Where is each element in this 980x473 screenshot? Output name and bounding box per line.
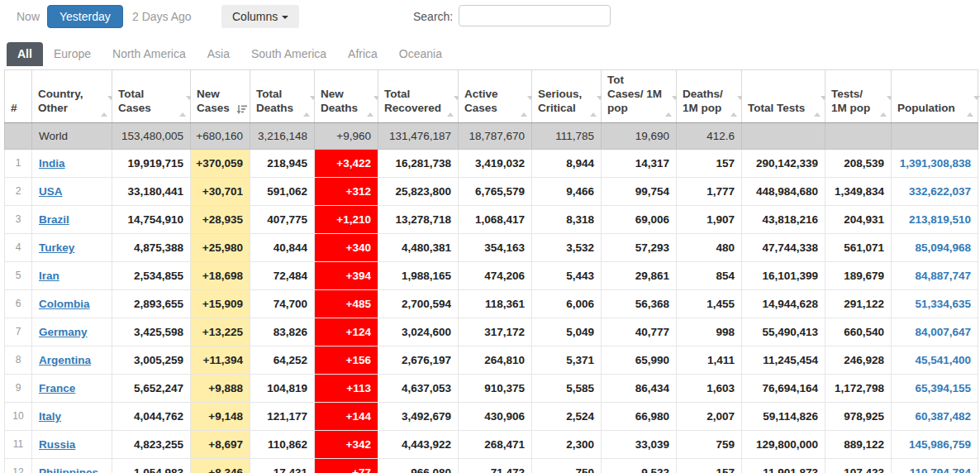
country-link[interactable]: Argentina bbox=[39, 354, 91, 366]
column-header-new_deaths[interactable]: New Deaths bbox=[315, 70, 378, 123]
cell-cases_per_1m: 33,039 bbox=[602, 430, 677, 458]
tab-all[interactable]: All bbox=[7, 42, 43, 66]
table-row: 5Iran2,534,855+18,69872,484+3941,988,165… bbox=[5, 261, 978, 289]
column-header-cases_per_1m[interactable]: Tot Cases/ 1M pop bbox=[602, 70, 677, 123]
cell-deaths_per_1m: 2,007 bbox=[677, 402, 742, 430]
country-link[interactable]: Germany bbox=[39, 326, 88, 338]
cell-population[interactable]: 84,887,747 bbox=[892, 261, 978, 289]
column-header-population[interactable]: Population bbox=[892, 70, 978, 123]
sort-both-icon bbox=[590, 100, 597, 114]
cell-total_tests: 16,101,399 bbox=[742, 261, 825, 289]
tab-oceania[interactable]: Oceania bbox=[388, 42, 453, 66]
column-header-label: Active Cases bbox=[464, 88, 498, 114]
search-input[interactable] bbox=[459, 5, 611, 26]
column-header-serious_critical[interactable]: Serious, Critical bbox=[532, 70, 602, 123]
column-header-rank: # bbox=[5, 70, 32, 123]
column-header-new_cases[interactable]: New Cases bbox=[191, 70, 250, 123]
cell-population[interactable]: 65,394,155 bbox=[892, 374, 978, 402]
cell-population[interactable]: 84,007,647 bbox=[892, 318, 978, 346]
country-link[interactable]: Colombia bbox=[39, 298, 90, 310]
continent-tab-bar: AllEuropeNorth AmericaAsiaSouth AmericaA… bbox=[7, 42, 453, 66]
country-link[interactable]: Brazil bbox=[39, 213, 69, 226]
country-link[interactable]: Turkey bbox=[39, 241, 74, 254]
cell-country: Iran bbox=[32, 261, 112, 289]
cell-total_cases: 2,534,855 bbox=[112, 261, 191, 289]
country-link[interactable]: India bbox=[39, 157, 65, 170]
cell-total_tests: 14,944,628 bbox=[742, 289, 825, 318]
cell-total_tests: 76,694,164 bbox=[742, 374, 825, 402]
tab-south-america[interactable]: South America bbox=[240, 42, 337, 66]
cell-total_tests: 43,818,216 bbox=[742, 205, 825, 233]
tab-north-america[interactable]: North America bbox=[102, 42, 197, 66]
cell-cases_per_1m: 40,777 bbox=[602, 318, 677, 346]
cell-new_deaths: +77 bbox=[315, 458, 378, 473]
column-header-total_recovered[interactable]: Total Recovered bbox=[378, 70, 459, 123]
cell-tests_per_1m: 978,925 bbox=[825, 402, 892, 430]
cell-population[interactable]: 45,541,400 bbox=[892, 346, 978, 374]
country-link[interactable]: Philippines bbox=[39, 466, 98, 473]
cell-tests_per_1m: 189,679 bbox=[825, 261, 892, 289]
cell-population[interactable]: 51,334,635 bbox=[892, 289, 978, 318]
country-link[interactable]: Iran bbox=[39, 270, 59, 282]
cell-cases_per_1m: 9,522 bbox=[602, 458, 677, 473]
cell-active_cases: 430,906 bbox=[459, 402, 532, 430]
sort-descending-active-icon bbox=[236, 104, 247, 115]
tab-africa[interactable]: Africa bbox=[337, 42, 388, 66]
cell-rank: 8 bbox=[5, 346, 32, 374]
cell-population[interactable]: 85,094,968 bbox=[892, 233, 978, 261]
column-header-total_tests[interactable]: Total Tests bbox=[742, 70, 825, 123]
column-header-total_deaths[interactable]: Total Deaths bbox=[250, 70, 315, 123]
tab-asia[interactable]: Asia bbox=[197, 42, 240, 66]
cell-total_deaths: 72,484 bbox=[250, 261, 315, 289]
column-header-total_cases[interactable]: Total Cases bbox=[112, 70, 191, 123]
sort-both-icon bbox=[101, 100, 107, 114]
sort-both-icon bbox=[367, 100, 373, 114]
now-button[interactable]: Now bbox=[17, 10, 40, 23]
country-link[interactable]: USA bbox=[39, 185, 63, 198]
column-header-active_cases[interactable]: Active Cases bbox=[459, 70, 532, 123]
cell-new_cases: +8,346 bbox=[191, 458, 250, 473]
cell-serious_critical: 6,006 bbox=[532, 289, 602, 318]
cell-population[interactable]: 213,819,510 bbox=[892, 205, 978, 233]
cell-population[interactable]: 332,622,037 bbox=[892, 177, 978, 205]
country-link[interactable]: Russia bbox=[39, 438, 75, 451]
cell-population[interactable]: 1,391,308,838 bbox=[892, 149, 978, 177]
sort-both-icon bbox=[179, 100, 186, 114]
cell-deaths_per_1m: 157 bbox=[677, 149, 742, 177]
cell-total_recovered: 3,492,679 bbox=[378, 402, 459, 430]
column-header-tests_per_1m[interactable]: Tests/ 1M pop bbox=[825, 70, 892, 123]
cell-population[interactable]: 110,794,784 bbox=[892, 458, 978, 473]
cell-cases_per_1m: 65,990 bbox=[602, 346, 677, 374]
cell-total_cases: 5,652,247 bbox=[112, 374, 191, 402]
yesterday-button[interactable]: Yesterday bbox=[47, 5, 123, 28]
cell-active_cases: 354,163 bbox=[459, 233, 532, 261]
cell-new_deaths: +156 bbox=[315, 346, 378, 374]
cell-country: Germany bbox=[32, 318, 112, 346]
column-header-deaths_per_1m[interactable]: Deaths/ 1M pop bbox=[677, 70, 742, 123]
cell-population[interactable]: 60,387,482 bbox=[892, 402, 978, 430]
cell-deaths_per_1m: 1,603 bbox=[677, 374, 742, 402]
cell-active_cases: 1,068,417 bbox=[459, 205, 532, 233]
cell-serious_critical: 5,585 bbox=[532, 374, 602, 402]
cell-country: Argentina bbox=[32, 346, 112, 374]
column-header-country[interactable]: Country, Other bbox=[32, 70, 112, 123]
cell-country: Philippines bbox=[32, 458, 112, 473]
columns-dropdown-button[interactable]: Columns bbox=[221, 5, 299, 28]
cell-new_deaths: +3,422 bbox=[315, 149, 378, 177]
world-total-row: World153,480,005+680,1603,216,148+9,9601… bbox=[5, 122, 978, 149]
sort-both-icon bbox=[303, 100, 310, 114]
cell-new_deaths: +1,210 bbox=[315, 205, 378, 233]
tab-europe[interactable]: Europe bbox=[43, 42, 102, 66]
country-link[interactable]: France bbox=[39, 382, 75, 394]
cell-country: USA bbox=[32, 177, 112, 205]
country-link[interactable]: Italy bbox=[39, 410, 61, 423]
cell-serious_critical: 2,524 bbox=[532, 402, 602, 430]
two-days-ago-button[interactable]: 2 Days Ago bbox=[132, 10, 192, 23]
cell-total_recovered: 966,080 bbox=[378, 458, 459, 473]
cell-total_deaths: 17,431 bbox=[250, 458, 315, 473]
cell-serious_critical: 8,318 bbox=[532, 205, 602, 233]
column-header-label: Tot Cases/ 1M pop bbox=[607, 74, 662, 114]
cell-total_cases: 4,044,762 bbox=[112, 402, 191, 430]
cell-population[interactable]: 145,986,759 bbox=[892, 430, 978, 458]
cell-total_cases: 4,823,255 bbox=[112, 430, 191, 458]
